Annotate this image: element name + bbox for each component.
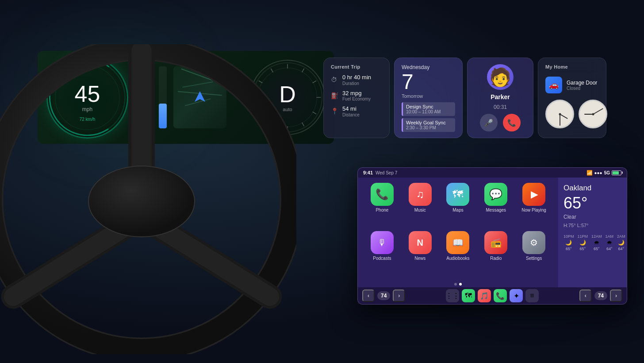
cp-temp-right: 74 [594, 291, 607, 300]
app-messages[interactable]: 💬 Messages [479, 183, 513, 228]
clocks-row [545, 100, 599, 128]
duration-label: Duration [342, 81, 371, 86]
cp-next-button[interactable]: › [610, 290, 622, 302]
phone-icon: 📞 [371, 183, 394, 206]
music-icon: ♫ [409, 183, 432, 206]
duration-value: 0 hr 40 min [342, 74, 371, 81]
clock1-center [559, 113, 561, 115]
home-garage-item: 🚗 Garage Door Closed [545, 74, 599, 96]
garage-label: Garage Door [567, 80, 597, 86]
dock-phone-icon[interactable]: 📞 [494, 289, 507, 302]
hour2-icon: 🌙 [579, 239, 586, 246]
mute-button[interactable]: 🎤 [480, 114, 498, 131]
weather-hour-4: 1AM 🌧 64° [606, 234, 614, 251]
garage-status: Closed [567, 86, 597, 91]
distance-label: Distance [342, 112, 360, 117]
hour4-time: 1AM [606, 234, 614, 239]
weather-hour-1: 10PM 🌙 65° [564, 234, 574, 251]
audiobooks-icon: 📖 [446, 231, 469, 254]
app-phone[interactable]: 📞 Phone [365, 183, 399, 228]
hour3-time: 12AM [591, 234, 602, 239]
widget-call: 🧑 Parker 00:31 🎤 📞 [467, 58, 533, 138]
info-widgets: Current Trip ⏱ 0 hr 40 min Duration ⛽ 32… [323, 58, 606, 138]
carplay-screen: 9:41 Wed Sep 7 📶 ●●● 5G 📞 Phone [357, 167, 627, 305]
page-dot-2 [459, 283, 462, 286]
weather-hour-5: 2AM 🌙 64° [617, 234, 625, 251]
network-type: 5G [604, 170, 610, 175]
weather-city: Oakland [564, 184, 621, 193]
cp-status-icons: 📶 ●●● 5G [586, 170, 621, 176]
call-buttons: 🎤 📞 [480, 114, 521, 131]
messages-label: Messages [486, 208, 506, 212]
hour2-temp: 65° [579, 247, 586, 251]
podcasts-icon: 🎙 [371, 231, 394, 254]
cal-event-2-time: 2:30 – 3:30 PM [406, 125, 452, 130]
home-widget-title: My Home [545, 64, 599, 70]
settings-label: Settings [526, 256, 542, 261]
hour2-time: 11PM [578, 234, 588, 239]
analog-clock-1 [545, 100, 574, 128]
cal-event-1-name: Design Sync [406, 104, 452, 109]
dock-more-icon[interactable]: ≡ [525, 289, 539, 302]
cp-date: Wed Sep 7 [376, 170, 397, 175]
weather-hour-2: 11PM 🌙 65° [578, 234, 588, 251]
app-music[interactable]: ♫ Music [403, 183, 437, 228]
cp-time: 9:41 [363, 170, 373, 175]
cp-battery [612, 170, 621, 175]
hour4-temp: 64° [606, 247, 613, 251]
fuel-label: Fuel Economy [342, 97, 371, 101]
radio-label: Radio [490, 256, 502, 261]
dock-fan-icon[interactable]: ✦ [510, 289, 523, 302]
app-news[interactable]: N News [403, 231, 437, 276]
end-call-button[interactable]: 📞 [503, 114, 521, 131]
cp-status-bar: 9:41 Wed Sep 7 📶 ●●● 5G [358, 168, 627, 178]
app-nowplaying[interactable]: ▶ Now Playing [517, 183, 551, 228]
cal-tomorrow: Tomorrow [402, 93, 455, 99]
cp-temp-left: 74 [377, 291, 390, 300]
garage-icon-box: 🚗 [545, 77, 562, 93]
hour3-temp: 65° [594, 247, 600, 251]
cp-back-button[interactable]: ‹ [362, 290, 375, 302]
wifi-icon: 📶 [586, 170, 593, 176]
maps-label: Maps [452, 208, 463, 212]
nowplaying-icon: ▶ [522, 183, 545, 206]
hour5-icon: 🌙 [618, 239, 625, 246]
music-label: Music [414, 208, 426, 212]
cp-forward-button[interactable]: › [393, 290, 405, 302]
maps-icon: 🗺 [446, 183, 469, 206]
cal-day-name: Wednesday [402, 64, 455, 70]
cal-event-2: Weekly Goal Sync 2:30 – 3:30 PM [402, 118, 455, 132]
weather-hour-3: 12AM 🌧 65° [591, 234, 602, 251]
audiobooks-label: Audiobooks [446, 256, 469, 261]
app-settings[interactable]: ⚙ Settings [517, 231, 551, 276]
weather-temp: 65° [564, 195, 621, 211]
dock-maps-icon[interactable]: 🗺 [462, 289, 475, 302]
radio-icon: 📻 [484, 231, 507, 254]
hour4-icon: 🌧 [607, 239, 612, 246]
cp-right-nav: ‹ 74 › [579, 290, 622, 302]
app-audiobooks[interactable]: 📖 Audiobooks [441, 231, 475, 276]
cp-app-grid: 📞 Phone ♫ Music 🗺 Maps [358, 178, 558, 281]
app-podcasts[interactable]: 🎙 Podcasts [365, 231, 399, 276]
analog-clock-2 [579, 100, 607, 128]
news-label: News [414, 256, 426, 261]
cp-main: 📞 Phone ♫ Music 🗺 Maps [358, 178, 627, 287]
cp-prev-button[interactable]: ‹ [579, 290, 592, 302]
dock-grid-icon[interactable]: ⋮⋮ [446, 289, 459, 302]
cp-left-nav: ‹ 74 › [362, 290, 405, 302]
app-radio[interactable]: 📻 Radio [479, 231, 513, 276]
news-icon: N [409, 231, 432, 254]
caller-avatar: 🧑 [487, 64, 514, 90]
nowplaying-label: Now Playing [521, 208, 546, 212]
steering-wheel-svg [0, 44, 296, 354]
app-maps[interactable]: 🗺 Maps [441, 183, 475, 228]
dock-music-icon[interactable]: 🎵 [478, 289, 491, 302]
cal-date: 7 [402, 71, 455, 93]
garage-icon: 🚗 [549, 80, 559, 90]
cp-battery-fill [613, 171, 619, 174]
clock1-min-hand [560, 114, 560, 126]
distance-value: 54 mi [342, 105, 360, 112]
caller-name: Parker [491, 93, 510, 100]
weather-range: H:75° L:57° [564, 223, 621, 228]
phone-label: Phone [376, 208, 388, 212]
